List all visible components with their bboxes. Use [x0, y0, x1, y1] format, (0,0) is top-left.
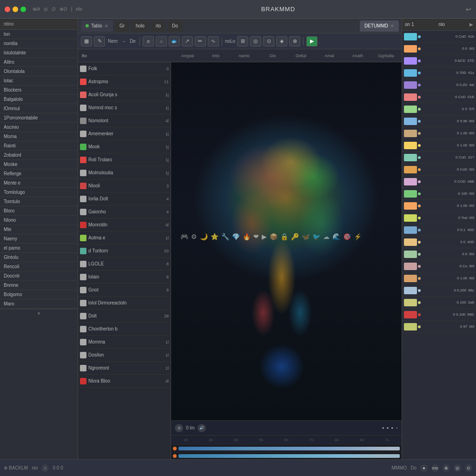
tab-close-icon[interactable]: ✕ — [105, 24, 108, 28]
right-row-8[interactable]: 0 1.0060l — [402, 127, 476, 139]
sidebar-item-17[interactable]: Tomlolugo — [0, 188, 78, 197]
track-item-23[interactable]: Ngroreont1l — [78, 362, 171, 375]
tab-do[interactable]: Do — [167, 20, 183, 32]
track-item-4[interactable]: Nomolont4l — [78, 114, 171, 127]
track-item-24[interactable]: Nlora Bloo4l — [78, 375, 171, 388]
right-row-21[interactable]: 0 0.20098z — [402, 284, 476, 297]
sidebar-item-15[interactable]: Reflerge — [0, 169, 78, 178]
track-item-19[interactable]: Dolt28 — [78, 310, 171, 323]
right-row-16[interactable]: 0 0.140D — [402, 224, 476, 236]
right-row-19[interactable]: 0 Co90l — [402, 260, 476, 272]
sidebar-item-23[interactable]: el pamo — [0, 244, 78, 253]
track-item-6[interactable]: Mook1j — [78, 140, 171, 153]
toolbar-edit-btn[interactable]: ✏ — [195, 36, 206, 46]
track-item-16[interactable]: lolaio8 — [78, 271, 171, 284]
track-item-3[interactable]: Nomnd moc s1j — [78, 101, 171, 114]
status-circle-icon[interactable]: ○ — [41, 464, 49, 472]
right-row-22[interactable]: 0 1002a8 — [402, 297, 476, 309]
right-row-17[interactable]: 0 040D — [402, 236, 476, 248]
toolbar-play-btn[interactable]: ▶ — [306, 36, 317, 46]
status-dot-icon[interactable]: ● — [420, 464, 428, 472]
track-item-12[interactable]: Monrotiln4l — [78, 218, 171, 231]
track-item-20[interactable]: Chontherlon b — [78, 323, 171, 336]
track-item-22[interactable]: Dosilon1l — [78, 349, 171, 362]
audio-icon[interactable]: 🔊 — [198, 424, 206, 432]
right-row-10[interactable]: 0 CoD31? — [402, 152, 476, 164]
sidebar-item-24[interactable]: Glntolu — [0, 253, 78, 262]
tab-gr[interactable]: Gr — [115, 20, 129, 32]
close-button[interactable] — [5, 7, 10, 12]
sidebar-item-19[interactable]: Bloro — [0, 206, 78, 216]
track-item-18[interactable]: lolol Dirmoreacloln — [78, 297, 171, 310]
canvas-area[interactable]: 🎮⚙ 🌙⭐ 🔧💎 🔥❤ ▶📦 🔒🔑 🦋🐦 ☁🌊 🎯⚡ ◎ 0 lm — [171, 62, 402, 459]
track-item-13[interactable]: Aolma e1l — [78, 231, 171, 245]
right-row-0[interactable]: 0 CoD41b — [402, 31, 476, 43]
track-item-17[interactable]: Gnot8 — [78, 284, 171, 297]
track-item-9[interactable]: Nlooli3 — [78, 179, 171, 192]
sidebar-item-29[interactable]: Maro — [0, 299, 78, 309]
track-item-10[interactable]: Iorlia Dolt4 — [78, 192, 171, 205]
right-row-11[interactable]: 0 CoD00l — [402, 164, 476, 176]
sidebar-item-27[interactable]: Bnmne — [0, 281, 78, 290]
tab-holo[interactable]: holo — [131, 20, 149, 32]
sidebar-item-14[interactable]: Moske — [0, 160, 78, 169]
track-item-5[interactable]: Amemenker1j — [78, 127, 171, 140]
maximize-button[interactable] — [20, 7, 26, 12]
sidebar-item-16[interactable]: Mente e — [0, 178, 78, 188]
toolbar-list-btn[interactable]: ≡ — [143, 36, 154, 46]
right-row-5[interactable]: 0 CoD01B — [402, 91, 476, 103]
sidebar-item-13[interactable]: 2obalonl — [0, 151, 78, 160]
sidebar-item-7[interactable]: Balgalolo — [0, 95, 78, 104]
toolbar-dot-circle-btn[interactable]: ◎ — [250, 36, 261, 46]
right-row-18[interactable]: 0 090l — [402, 248, 476, 260]
status-target-icon[interactable]: ◎ — [454, 464, 461, 472]
sidebar-item-0[interactable]: lon — [0, 30, 78, 39]
sidebar-item-4[interactable]: Olontalola — [0, 67, 78, 76]
sidebar-item-26[interactable]: Doocnlr — [0, 271, 78, 281]
toolbar-arrow2-btn[interactable]: ↗ — [182, 36, 193, 46]
status-do[interactable]: Do — [410, 465, 416, 470]
right-row-12[interactable]: 0 COD46B — [402, 176, 476, 188]
right-row-24[interactable]: 0 9700l — [402, 321, 476, 333]
status-backlm2[interactable]: MMMO — [391, 465, 407, 470]
right-row-9[interactable]: 0 1.0060l — [402, 139, 476, 152]
sidebar-item-11[interactable]: Moma — [0, 132, 78, 141]
right-row-4[interactable]: 0 0.2D4al — [402, 79, 476, 91]
toolbar-diamond-btn[interactable]: ◈ — [276, 36, 287, 46]
right-row-23[interactable]: 0 0.10098D — [402, 309, 476, 321]
right-row-6[interactable]: 0 057f — [402, 103, 476, 115]
sidebar-item-1[interactable]: nontila — [0, 39, 78, 48]
sidebar-item-8[interactable]: lOmmul — [0, 104, 78, 113]
sidebar-item-22[interactable]: Naeny — [0, 234, 78, 244]
right-row-15[interactable]: 0 Tod00l — [402, 212, 476, 224]
minimize-button[interactable] — [13, 7, 18, 12]
track-item-7[interactable]: Roli Trolaro1j — [78, 153, 171, 166]
sidebar-item-5[interactable]: lolac — [0, 76, 78, 86]
window-controls[interactable] — [5, 7, 26, 12]
play-icon[interactable]: ◎ — [175, 424, 183, 432]
sidebar-item-6[interactable]: Blockers — [0, 86, 78, 95]
toolbar-pencil-btn[interactable]: ✎ — [94, 36, 105, 46]
sidebar-item-12[interactable]: Rainti — [0, 141, 78, 151]
sidebar-item-2[interactable]: lolulotalnte — [0, 48, 78, 58]
track-item-1[interactable]: Astropmo11 — [78, 75, 171, 88]
track-item-0[interactable]: Folk0 — [78, 62, 171, 75]
sidebar-item-25[interactable]: Rencoli — [0, 262, 78, 271]
sidebar-item-9[interactable]: 1Porromontabile — [0, 113, 78, 123]
sidebar-item-18[interactable]: Tomtulo — [0, 197, 78, 206]
right-row-2[interactable]: 0 ACD37D — [402, 55, 476, 67]
tab-close-detummd-icon[interactable]: ✕ — [390, 24, 394, 28]
sidebar-item-3[interactable]: Alitro — [0, 58, 78, 67]
sidebar-item-21[interactable]: Mte — [0, 225, 78, 234]
sidebar-item-20[interactable]: Nlono — [0, 216, 78, 225]
tab-tablo[interactable]: Tablo ✕ — [81, 20, 113, 32]
track-item-15[interactable]: LGOLE8 — [78, 258, 171, 271]
track-item-14[interactable]: d Turitorn20 — [78, 245, 171, 258]
toolbar-fish-btn[interactable]: 🐟 — [169, 36, 180, 46]
track-item-2[interactable]: Acoli Grunja s1j — [78, 88, 171, 101]
right-row-1[interactable]: 0 090l — [402, 43, 476, 55]
right-row-20[interactable]: 0 1.0090l — [402, 272, 476, 284]
right-row-7[interactable]: 0 5.9060l — [402, 115, 476, 127]
tab-detummd[interactable]: DETUMMD ✕ — [360, 20, 399, 32]
right-row-14[interactable]: 0 1.0000l — [402, 200, 476, 212]
